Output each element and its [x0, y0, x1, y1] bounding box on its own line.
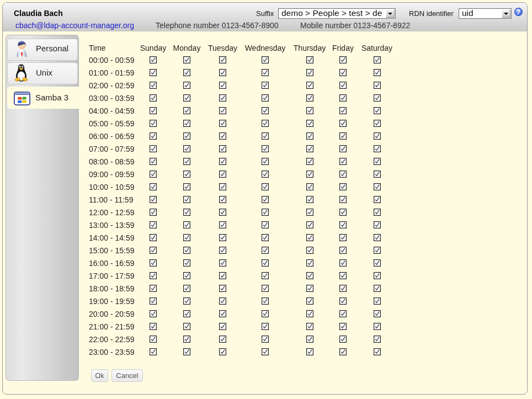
- svg-text:?: ?: [517, 8, 521, 16]
